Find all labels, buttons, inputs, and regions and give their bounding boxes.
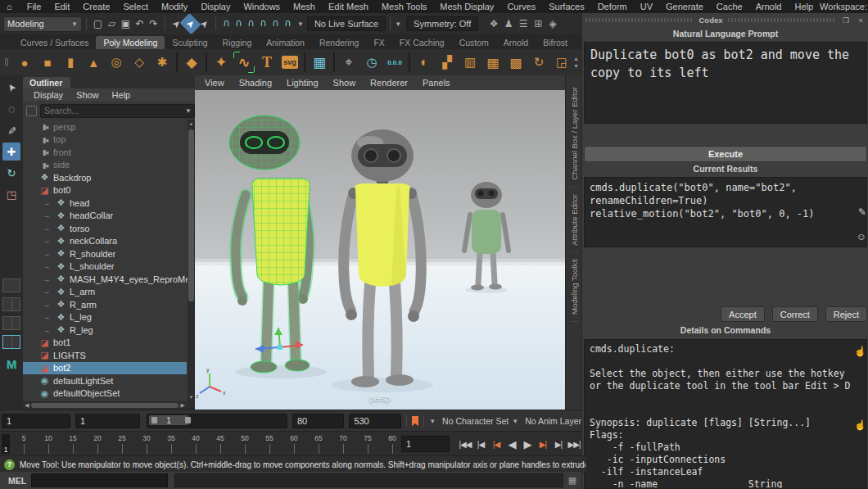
shelf-tool-icon[interactable] xyxy=(37,52,58,73)
playback-button[interactable] xyxy=(551,440,566,449)
tool-icon[interactable] xyxy=(2,100,20,118)
playback-button[interactable] xyxy=(458,440,472,449)
snap-magnet-icon[interactable]: ∪ xyxy=(282,18,294,29)
anim-start-field[interactable]: 1 xyxy=(2,414,70,428)
shelf-tab[interactable]: Arnold xyxy=(496,36,536,49)
menu-item[interactable]: Select xyxy=(116,2,155,11)
snap-magnet-icon[interactable]: ∪ xyxy=(245,18,257,29)
playback-button[interactable] xyxy=(536,440,550,449)
current-time-field[interactable]: 1 xyxy=(401,436,450,452)
shelf-tool-icon[interactable] xyxy=(210,52,232,73)
menu-item[interactable]: Curves xyxy=(500,2,542,11)
playback-button[interactable] xyxy=(473,440,488,449)
outliner-row[interactable]: → bot0 xyxy=(23,184,187,197)
shelf-tool-icon[interactable] xyxy=(129,52,150,73)
character-set-select[interactable]: No Character Set ▼ xyxy=(442,416,518,426)
menu-item[interactable]: Mesh Display xyxy=(433,2,500,11)
snap-magnet-icon[interactable]: ∪ xyxy=(220,18,233,29)
layout-button[interactable] xyxy=(2,297,20,311)
scroll-up-icon[interactable]: ▲ xyxy=(188,121,195,126)
vertical-scrollbar[interactable]: ▲ ▼ xyxy=(188,120,195,401)
close-icon[interactable]: × xyxy=(856,16,866,25)
correct-button[interactable]: Correct xyxy=(772,306,818,322)
menu-item[interactable]: Mesh xyxy=(287,2,322,11)
script-editor-icon[interactable]: ▦ xyxy=(567,475,578,486)
thumbs-up-icon[interactable]: ☝ xyxy=(854,419,866,431)
home-icon[interactable]: ⌂ xyxy=(7,2,12,11)
tool-icon[interactable] xyxy=(2,121,20,139)
current-frame-marker[interactable]: 1 xyxy=(2,434,10,454)
shelf-tool-icon[interactable]: T xyxy=(256,52,278,73)
shelf-tool-icon[interactable]: 0.0.0 xyxy=(384,52,405,73)
outliner-row[interactable]: → persp xyxy=(23,120,187,134)
face-icon[interactable]: ☺ xyxy=(857,231,866,242)
accept-button[interactable]: Accept xyxy=(721,306,765,322)
layout-button[interactable] xyxy=(2,278,20,292)
outliner-row[interactable]: → defaultObjectSet xyxy=(23,387,187,401)
shelf-tool-icon[interactable] xyxy=(338,52,359,73)
outliner-row[interactable]: → front xyxy=(23,146,187,159)
outliner-row[interactable]: → top xyxy=(23,134,187,147)
panel-tab[interactable]: Modeling Toolkit xyxy=(570,252,579,322)
outliner-row[interactable]: → L_arm xyxy=(23,286,187,299)
prompt-input[interactable]: Duplicate bot0 as bot2 and move the copy… xyxy=(584,42,867,124)
menu-item[interactable]: Windows xyxy=(237,2,287,11)
scroll-down-icon[interactable]: ▼ xyxy=(188,395,195,400)
playback-start-field[interactable]: 1 xyxy=(75,414,140,428)
outliner-menu-item[interactable]: Help xyxy=(106,90,137,100)
layout-button[interactable] xyxy=(2,316,20,330)
panel-tab[interactable]: Attribute Editor xyxy=(570,188,579,253)
shelf-scrollbar[interactable]: ▲▼ xyxy=(573,56,581,69)
snap-magnet-icon[interactable]: ∪ xyxy=(233,18,245,29)
time-slider-track[interactable]: 5101520253035404550556065707580 1 xyxy=(0,433,393,455)
shelf-tool-icon[interactable] xyxy=(333,52,335,72)
shelf-tool-icon[interactable] xyxy=(459,52,481,73)
viewport-menu-item[interactable]: Show xyxy=(327,78,363,88)
viewport-menu-item[interactable]: Panels xyxy=(416,78,457,88)
execute-button[interactable]: Execute xyxy=(584,146,867,162)
codex-titlebar[interactable]: Codex ❐ × xyxy=(582,15,868,25)
toolbar-icon[interactable]: ▱ xyxy=(105,16,119,32)
outliner-row[interactable]: → neckCollara xyxy=(23,235,187,248)
viewport-menu-item[interactable]: Lighting xyxy=(280,78,325,88)
shelf-tool-icon[interactable] xyxy=(482,52,504,73)
outliner-row[interactable]: → MASH_M4Y4_eyes_ReproMesh xyxy=(23,273,187,286)
shelf-tab[interactable]: Bifrost xyxy=(536,36,575,49)
chevron-down-icon[interactable]: ▼ xyxy=(185,107,192,115)
toolbar-icon[interactable]: ↶ xyxy=(133,16,147,32)
outliner-row[interactable]: → side xyxy=(23,159,187,172)
playback-button[interactable] xyxy=(489,440,504,449)
shelf-tool-icon[interactable] xyxy=(414,52,435,73)
outliner-row[interactable]: → bot1 xyxy=(23,337,187,350)
mash-logo-icon[interactable]: M xyxy=(7,357,17,371)
tool-icon[interactable] xyxy=(2,143,20,161)
shelf-tab[interactable]: Sculpting xyxy=(165,36,215,49)
menu-item[interactable]: Mesh Tools xyxy=(375,2,433,11)
float-window-icon[interactable]: ❐ xyxy=(841,16,851,25)
shelf-tool-icon[interactable]: svg xyxy=(279,52,301,73)
outliner-row[interactable]: → torso xyxy=(23,222,187,235)
toolbar-icon[interactable]: ❖ xyxy=(486,18,501,29)
playback-button[interactable] xyxy=(504,438,519,451)
shelf-tool-icon[interactable] xyxy=(181,52,202,73)
shelf-handle-icon[interactable] xyxy=(5,58,8,66)
pencil-icon[interactable]: ✎ xyxy=(858,206,866,218)
mel-input[interactable] xyxy=(31,473,168,487)
snap-magnet-icon[interactable]: ∪ xyxy=(257,18,269,29)
thumbs-up-icon[interactable]: ☝ xyxy=(854,346,866,357)
shelf-tool-icon[interactable] xyxy=(505,52,527,73)
shelf-tool-icon[interactable] xyxy=(176,52,178,72)
shelf-tool-icon[interactable] xyxy=(60,52,81,73)
outliner-row[interactable]: → head xyxy=(23,197,187,210)
shelf-tool-icon[interactable] xyxy=(361,52,382,73)
horizontal-scrollbar[interactable]: ◀ ▶ xyxy=(23,401,195,410)
scroll-left-icon[interactable]: ◀ xyxy=(25,402,29,409)
anim-end-field[interactable]: 530 xyxy=(349,414,400,428)
tool-icon[interactable] xyxy=(2,185,20,203)
toolbar-icon[interactable]: ↷ xyxy=(147,16,160,32)
select-mode-icon[interactable]: ➤ xyxy=(193,13,215,34)
playback-end-field[interactable]: 80 xyxy=(292,414,344,428)
anim-layer-select[interactable]: No Anim Layer xyxy=(525,416,581,426)
tool-icon[interactable] xyxy=(2,164,20,182)
playback-button[interactable] xyxy=(520,438,535,451)
